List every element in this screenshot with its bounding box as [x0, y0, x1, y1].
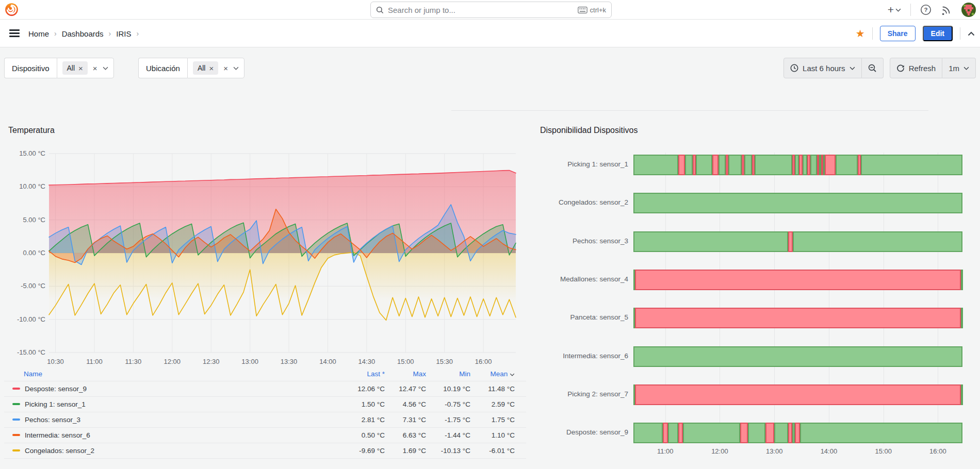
legend-row[interactable]: Pechos: sensor_32.81 °C7.31 °C-1.75 °C1.… [4, 412, 526, 428]
filter-dispositivo: Dispositivo All× × [4, 58, 114, 78]
legend-row[interactable]: Desposte: sensor_912.06 °C12.47 °C10.19 … [4, 381, 526, 397]
news-rss-icon[interactable] [941, 4, 952, 15]
svg-text:?: ? [924, 7, 927, 13]
favorite-star-icon[interactable]: ★ [856, 27, 865, 40]
legend-max-value: 4.56 °C [386, 397, 427, 412]
menu-toggle-icon[interactable] [9, 29, 20, 38]
chevron-down-icon[interactable] [103, 66, 108, 70]
legend-series-name[interactable]: Intermedia: sensor_6 [4, 428, 329, 443]
legend-header-last[interactable]: Last * [329, 368, 386, 381]
timeline-row-bar[interactable] [633, 155, 962, 175]
collapse-chevron-up-icon[interactable] [968, 31, 975, 36]
y-tick-label: -15.00 °C [3, 348, 45, 356]
state-segment-up [810, 155, 817, 175]
x-tick-label: 14:00 [312, 358, 343, 365]
state-segment-down [712, 155, 718, 175]
filter-value-chip[interactable]: All× [193, 61, 218, 75]
state-segment-up [633, 155, 678, 175]
timeline-row-label: Panceta: sensor_5 [530, 313, 628, 321]
filter-ubicacion-select[interactable]: All× × [187, 58, 244, 78]
legend-row[interactable]: Intermedia: sensor_60.50 °C6.63 °C-1.44 … [4, 428, 526, 443]
state-segment-down [788, 231, 792, 252]
dashboard-row-divider [451, 110, 928, 111]
state-segment-up [861, 155, 962, 175]
y-tick-label: 15.00 °C [3, 149, 45, 157]
divider [872, 27, 873, 40]
filter-dispositivo-label: Dispositivo [4, 58, 57, 78]
state-segment-up [718, 155, 726, 175]
state-segment-up [633, 346, 962, 367]
chevron-down-icon [963, 66, 969, 70]
legend-min-value: -0.75 °C [427, 397, 471, 412]
legend-row[interactable]: Picking 1: sensor_11.50 °C4.56 °C-0.75 °… [4, 397, 526, 412]
breadcrumb-home[interactable]: Home [28, 29, 49, 38]
x-tick-label: 16:00 [468, 358, 499, 365]
timeline-row-label: Pechos: sensor_3 [530, 237, 628, 245]
time-range-label: Last 6 hours [803, 64, 845, 73]
divider [960, 27, 960, 40]
legend-series-name[interactable]: Pechos: sensor_3 [4, 412, 329, 428]
grafana-logo-icon[interactable] [5, 3, 19, 16]
filter-dispositivo-select[interactable]: All× × [57, 58, 114, 78]
legend-mean-value: 11.48 °C [471, 381, 526, 397]
legend-series-name[interactable]: Picking 1: sensor_1 [4, 397, 329, 412]
x-tick-label: 15:30 [429, 358, 460, 365]
time-range-picker[interactable]: Last 6 hours [783, 58, 862, 78]
panel-title-temperatura[interactable]: Temperatura [8, 126, 55, 135]
legend-header-max[interactable]: Max [386, 368, 427, 381]
state-segment-down [795, 423, 801, 443]
legend-max-value: 6.63 °C [386, 428, 427, 443]
clock-icon [790, 64, 798, 72]
nav-bar: Home › Dashboards › IRIS › ★ Share Edit [0, 20, 980, 47]
user-avatar[interactable] [961, 3, 976, 17]
timeline-x-tick-label: 12:00 [704, 447, 735, 455]
legend-header-mean[interactable]: Mean [471, 368, 526, 381]
zoom-out-button[interactable] [862, 58, 884, 78]
share-button[interactable]: Share [880, 26, 916, 41]
refresh-button[interactable]: Refresh [890, 58, 943, 78]
x-tick-label: 10:30 [40, 358, 71, 365]
timeline-row-bar[interactable] [633, 193, 962, 213]
timeline-row-bar[interactable] [633, 423, 962, 443]
time-controls: Last 6 hours Refresh 1m [783, 58, 976, 78]
search-input[interactable]: Search or jump to... ctrl+k [370, 2, 612, 18]
panel-title-disponibilidad[interactable]: Disponibilidad Dispositivos [540, 126, 638, 135]
breadcrumb-iris[interactable]: IRIS [116, 29, 131, 38]
timeline-row-label: Desposte: sensor_9 [530, 428, 628, 436]
clear-icon[interactable]: × [223, 64, 228, 72]
legend-series-name[interactable]: Congelados: sensor_2 [4, 443, 329, 459]
filter-value-chip[interactable]: All× [62, 61, 88, 75]
series-color-swatch [12, 449, 20, 451]
edit-button[interactable]: Edit [923, 26, 953, 41]
x-tick-label: 14:30 [351, 358, 382, 365]
legend-last-value: 12.06 °C [329, 381, 386, 397]
temperature-chart[interactable] [49, 154, 516, 353]
timeline-row-bar[interactable] [633, 346, 962, 367]
new-button[interactable]: + [888, 4, 901, 16]
y-tick-label: 10.00 °C [3, 182, 45, 190]
timeline-row-label: Congelados: sensor_2 [530, 198, 628, 206]
state-segment-up [748, 423, 765, 443]
state-segment-up [696, 155, 712, 175]
legend-series-name[interactable]: Desposte: sensor_9 [4, 381, 329, 397]
breadcrumb: Home › Dashboards › IRIS › [28, 20, 139, 47]
legend-header-name[interactable]: Name [4, 368, 329, 381]
help-icon[interactable]: ? [920, 4, 932, 15]
clear-icon[interactable]: × [93, 64, 97, 72]
chevron-down-icon [895, 8, 901, 12]
legend-header-min[interactable]: Min [427, 368, 471, 381]
x-tick-label: 12:30 [195, 358, 226, 365]
chip-remove-icon[interactable]: × [78, 64, 83, 72]
legend-max-value: 7.31 °C [386, 412, 427, 428]
chip-remove-icon[interactable]: × [209, 64, 214, 72]
timeline-row-bar[interactable] [633, 270, 962, 290]
chevron-down-icon[interactable] [233, 66, 239, 70]
legend-row[interactable]: Congelados: sensor_2-9.69 °C1.69 °C-10.1… [4, 443, 526, 459]
timeline-row-bar[interactable] [633, 308, 962, 328]
refresh-interval-select[interactable]: 1m [942, 58, 976, 78]
filter-ubicacion: Ubicación All× × [138, 58, 244, 78]
timeline-row-bar[interactable] [633, 231, 962, 252]
legend-max-value: 1.69 °C [386, 443, 427, 459]
timeline-row-bar[interactable] [633, 384, 962, 405]
breadcrumb-dashboards[interactable]: Dashboards [62, 29, 104, 38]
